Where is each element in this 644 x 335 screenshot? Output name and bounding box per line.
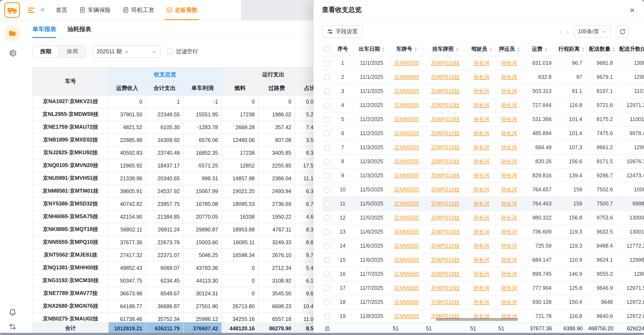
sort-icon[interactable] bbox=[582, 47, 584, 51]
fleet-table-row[interactable]: 京NB0275·京MAU02挂61738.4635752.3425986.123… bbox=[33, 313, 326, 322]
escort-link[interactable]: 孙长河 bbox=[501, 200, 517, 207]
overview-table-row[interactable]: 1211/5/2025京NN5555京MPQ10挂孙长河孙长河980.32215… bbox=[322, 211, 644, 225]
escort-link[interactable]: 孙长河 bbox=[501, 256, 517, 264]
plate-link[interactable]: 京NN5555 bbox=[394, 214, 419, 221]
driver-link[interactable]: 孙长河 bbox=[474, 88, 490, 95]
overview-table-row[interactable]: 111/1/2025京NN5555京MPQ10挂孙长河孙长河631.01996.… bbox=[322, 56, 644, 70]
driver-link[interactable]: 孙长河 bbox=[474, 144, 490, 151]
overview-table-row[interactable]: 1511/6/2025京NN5555京MPQ10挂孙长河孙长河684.14711… bbox=[322, 253, 644, 267]
trailer-link[interactable]: 京MPQ10挂 bbox=[431, 298, 460, 306]
driver-link[interactable]: 孙长河 bbox=[474, 172, 490, 179]
driver-link[interactable]: 孙长河 bbox=[474, 158, 490, 165]
trailer-link[interactable]: 京MPQ10挂 bbox=[431, 214, 460, 221]
fleet-table-row[interactable]: 京NG3192·京MCM30挂50347.756234.4544113.3003… bbox=[33, 274, 326, 287]
row-checkbox[interactable] bbox=[322, 197, 332, 211]
overview-table-row[interactable]: 311/1/2025京NN5555京MPQ10挂孙长河孙长河503.31391.… bbox=[322, 84, 644, 99]
row-checkbox[interactable] bbox=[322, 70, 332, 84]
plate-link[interactable]: 京NN5555 bbox=[394, 88, 419, 95]
segment-by-period[interactable]: 按期 bbox=[33, 46, 59, 58]
overview-table-row[interactable]: 1011/5/2025京NN5555京MPQ10挂孙长河孙长河764.65715… bbox=[322, 183, 644, 197]
escort-link[interactable]: 孙长河 bbox=[501, 60, 517, 67]
escort-link[interactable]: 孙长河 bbox=[501, 74, 517, 81]
driver-link[interactable]: 孙长河 bbox=[474, 74, 490, 81]
overview-table-row[interactable]: 1811/7/2025京NN5555京MPQ10挂孙长河孙长河930.12815… bbox=[322, 295, 644, 309]
overview-table-row[interactable]: 1711/7/2025京NN5555京MPQ10挂孙长河孙长河777.90412… bbox=[322, 281, 644, 295]
income-overview-group-link[interactable]: 收支总览 bbox=[108, 68, 222, 81]
trailer-link[interactable]: 京MPQ10挂 bbox=[431, 228, 460, 235]
escort-link[interactable]: 孙长河 bbox=[501, 144, 517, 151]
trailer-link[interactable]: 京MPQ10挂 bbox=[431, 116, 460, 123]
overview-table-row[interactable]: 511/2/2025京NN5555京MPQ10挂孙长河孙长河531.366101… bbox=[322, 113, 644, 127]
collapse-chevrons-icon[interactable]: « bbox=[40, 5, 45, 14]
fleet-table-row[interactable]: 京NM8581·京MTM01挂39605.9124537.9215067.991… bbox=[33, 185, 326, 198]
driver-link[interactable]: 孙长河 bbox=[474, 116, 490, 123]
period-select[interactable]: 202511 期 × bbox=[92, 45, 161, 58]
driver-link[interactable]: 孙长河 bbox=[474, 256, 490, 264]
fleet-table-row[interactable]: 京NT5562·京MJE81挂27417.3222371.075046.2516… bbox=[33, 249, 326, 262]
fleet-table-row[interactable]: 京NK8885·京MQT18挂56802.1126911.2429890.871… bbox=[33, 223, 326, 236]
row-checkbox[interactable] bbox=[322, 183, 332, 197]
rail-item-files[interactable] bbox=[5, 26, 20, 41]
row-checkbox[interactable] bbox=[322, 141, 332, 155]
refresh-button[interactable] bbox=[616, 25, 629, 38]
fleet-table-row[interactable]: 京NE7789·京MAV77挂36673.986549.6730124.3103… bbox=[33, 287, 326, 300]
row-checkbox[interactable] bbox=[322, 309, 332, 322]
escort-link[interactable]: 孙长河 bbox=[501, 88, 517, 95]
trailer-link[interactable]: 京MPQ10挂 bbox=[431, 242, 460, 249]
row-checkbox[interactable] bbox=[322, 267, 332, 281]
plate-link[interactable]: 京NN5555 bbox=[394, 186, 419, 193]
column-header-trailer[interactable]: 挂车牌照 bbox=[423, 43, 468, 56]
overview-table-row[interactable]: 711/3/2025京NN5555京MPQ10挂孙长河孙长河664.49107.… bbox=[322, 141, 644, 155]
filter-empty-rows-checkbox[interactable]: 过滤空行 bbox=[167, 48, 198, 55]
fleet-table-row[interactable]: 京NQ1381·京MHH00挂49852.436069.0743783.3602… bbox=[33, 262, 326, 274]
column-header-freight[interactable]: 运费 bbox=[523, 43, 556, 56]
plate-link[interactable]: 京NN5555 bbox=[394, 116, 419, 123]
sort-icon[interactable] bbox=[612, 47, 615, 51]
escort-link[interactable]: 孙长河 bbox=[501, 242, 517, 249]
plate-link[interactable]: 京NN5555 bbox=[394, 130, 419, 137]
column-header-liters[interactable]: 配送升数(L) bbox=[618, 43, 644, 56]
escort-link[interactable]: 孙长河 bbox=[501, 158, 517, 165]
sort-icon[interactable] bbox=[414, 47, 417, 51]
nav-item-boss-data[interactable]: 老板看数 bbox=[160, 0, 204, 20]
nav-item-vehicle-insurance[interactable]: 车辆保险 bbox=[73, 0, 117, 20]
trailer-link[interactable]: 京MPQ10挂 bbox=[431, 130, 460, 137]
escort-link[interactable]: 孙长河 bbox=[501, 130, 517, 137]
row-checkbox[interactable] bbox=[322, 253, 332, 267]
close-icon[interactable]: × bbox=[630, 6, 635, 14]
tab-fuel-report[interactable]: 油耗报表 bbox=[67, 21, 91, 38]
row-checkbox[interactable] bbox=[322, 211, 332, 225]
field-settings-button[interactable]: 字段设置 bbox=[322, 25, 363, 38]
fleet-table-row[interactable]: 京NN5555·京MPQ10挂37677.3622673.7615003.601… bbox=[33, 236, 326, 249]
driver-link[interactable]: 孙长河 bbox=[474, 200, 490, 207]
plate-link[interactable]: 京NN5555 bbox=[394, 242, 419, 249]
plate-link[interactable]: 京NN5555 bbox=[394, 228, 419, 235]
column-header-escort[interactable]: 押运员 bbox=[496, 43, 523, 56]
overview-table-row[interactable]: 611/2/2025京NN5555京MPQ10挂孙长河孙长河485.894101… bbox=[322, 127, 644, 141]
trailer-link[interactable]: 京MPQ10挂 bbox=[431, 200, 460, 207]
plate-link[interactable]: 京NN5555 bbox=[394, 172, 419, 179]
plate-link[interactable]: 京NN5555 bbox=[394, 298, 419, 306]
driver-link[interactable]: 孙长河 bbox=[474, 228, 490, 235]
plate-link[interactable]: 京NN5555 bbox=[394, 74, 419, 81]
sort-icon[interactable] bbox=[382, 47, 384, 51]
driver-link[interactable]: 孙长河 bbox=[474, 102, 490, 109]
plate-link[interactable]: 京NN5555 bbox=[394, 144, 419, 151]
trailer-link[interactable]: 京MPQ10挂 bbox=[431, 270, 460, 278]
trailer-link[interactable]: 京MPQ10挂 bbox=[431, 102, 460, 109]
row-checkbox[interactable] bbox=[322, 169, 332, 183]
escort-link[interactable]: 孙长河 bbox=[501, 214, 517, 221]
overview-table-row[interactable]: 411/2/2025京NN5555京MPQ10挂孙长河孙长河727.844116… bbox=[322, 99, 644, 113]
trailer-link[interactable]: 京MPQ10挂 bbox=[431, 172, 460, 179]
transfer-arrows-icon[interactable] bbox=[8, 322, 17, 331]
row-checkbox[interactable] bbox=[322, 127, 332, 141]
overview-table-row[interactable]: 211/1/2025京NN5555京MPQ10挂孙长河孙长河632.897967… bbox=[322, 70, 644, 84]
driver-link[interactable]: 孙长河 bbox=[474, 186, 490, 193]
row-checkbox[interactable] bbox=[322, 155, 332, 169]
overview-table-row[interactable]: 1411/6/2025京NN5555京MPQ10挂孙长河孙长河725.59119… bbox=[322, 239, 644, 253]
escort-link[interactable]: 孙长河 bbox=[501, 116, 517, 123]
driver-link[interactable]: 孙长河 bbox=[474, 284, 490, 292]
trailer-link[interactable]: 京MPQ10挂 bbox=[431, 186, 460, 193]
plate-link[interactable]: 京NN5555 bbox=[394, 158, 419, 165]
driver-link[interactable]: 孙长河 bbox=[474, 242, 490, 249]
